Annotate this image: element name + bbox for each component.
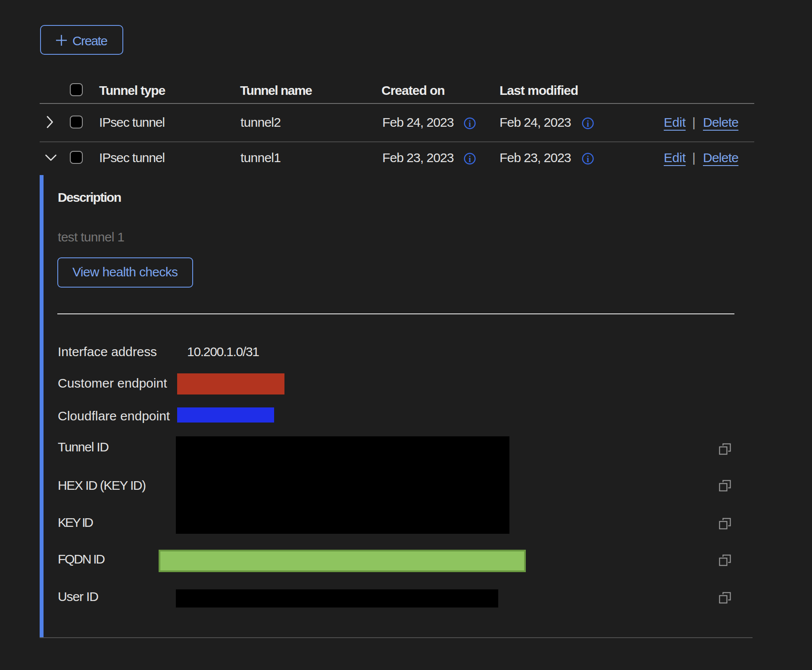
svg-text:i: i xyxy=(587,119,589,128)
svg-text:i: i xyxy=(468,119,471,128)
svg-text:i: i xyxy=(587,154,589,164)
svg-text:i: i xyxy=(468,154,471,164)
